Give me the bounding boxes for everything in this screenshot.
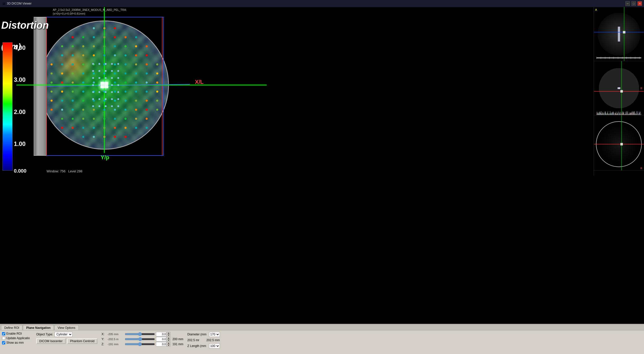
slider-y-range: -202.5 m bbox=[107, 338, 124, 341]
tab-define-roi[interactable]: Define ROI bbox=[1, 325, 22, 330]
titlebar: 🖥 3D DICOM Viewer ─ □ ✕ bbox=[0, 0, 644, 7]
slider-x-spinners: ▲ ▼ bbox=[167, 332, 170, 336]
slider-z[interactable] bbox=[125, 342, 155, 346]
cb-show-mm-label: Show as mm bbox=[6, 341, 24, 344]
slider-x-down[interactable]: ▼ bbox=[167, 334, 170, 336]
dim-zlength-select[interactable]: 100 50 150 200 bbox=[209, 343, 220, 348]
colorbar-label-4: 4.00 bbox=[14, 44, 26, 51]
mini-canvas-3 bbox=[594, 115, 644, 171]
dim-202-row: 202.5 mr 202.5 mm bbox=[187, 338, 220, 342]
slider-y-end: 200 mm bbox=[172, 337, 183, 341]
cb-row-enable-roi: Enable ROI bbox=[2, 332, 32, 335]
slider-y-val-box: ▲ ▼ bbox=[156, 337, 170, 341]
scan-info-line2: (x=0/y=0.z=0.0/f=0.81mm) bbox=[53, 12, 127, 16]
window-icon: 🖥 bbox=[2, 2, 5, 6]
colorbar-title: Distortion bbox=[1, 20, 49, 31]
mini-label-a: A bbox=[595, 8, 597, 11]
scan-info-line1: AP_2.5x2.5x2_200BW_3NEX_MODUS_ffl_ABD_PE… bbox=[53, 8, 127, 12]
cb-enable-roi[interactable] bbox=[2, 332, 5, 335]
dim-202-label: 202.5 mr bbox=[187, 338, 199, 342]
object-type-label: Object Type: bbox=[36, 333, 53, 336]
slider-y-down[interactable]: ▼ bbox=[167, 339, 170, 341]
slider-y-up[interactable]: ▲ bbox=[167, 337, 170, 339]
slider-y-label: Y: bbox=[101, 337, 106, 341]
dim-zlength-label: Z Length (mm bbox=[187, 344, 208, 348]
dim-diameter-select[interactable]: 170 150 180 200 bbox=[209, 332, 220, 337]
tab-view-options[interactable]: View Options bbox=[54, 325, 78, 330]
right-panel: A bbox=[594, 7, 644, 176]
dim-202-mm: 202.5 mm bbox=[206, 338, 220, 342]
mini-viewer-coronal[interactable] bbox=[594, 61, 644, 115]
slider-x[interactable] bbox=[125, 332, 155, 336]
slider-z-value[interactable] bbox=[156, 342, 167, 346]
slider-z-spinners: ▲ ▼ bbox=[167, 342, 170, 346]
slider-z-label: Z: bbox=[101, 342, 106, 346]
dicom-isocenter-button[interactable]: DICOM Isocenter bbox=[36, 338, 66, 344]
slider-x-range: -205 mm bbox=[107, 333, 124, 336]
slider-y[interactable] bbox=[125, 337, 155, 341]
slider-z-end: 191 mm bbox=[172, 342, 183, 346]
bottom-content: Enable ROI Update Applicatio Show as mm … bbox=[0, 330, 644, 354]
object-type-area: Object Type: Cylinder Sphere Box DICOM I… bbox=[36, 332, 97, 344]
slider-x-row: X: -205 mm ▲ ▼ bbox=[101, 332, 183, 336]
slider-z-down[interactable]: ▼ bbox=[167, 344, 170, 346]
cb-row-update: Update Applicatio bbox=[2, 336, 32, 340]
checkboxes-area: Enable ROI Update Applicatio Show as mm bbox=[2, 332, 32, 344]
mini-canvas-2 bbox=[594, 61, 644, 115]
slider-x-up[interactable]: ▲ bbox=[167, 332, 170, 334]
sliders-area: X: -205 mm ▲ ▼ Y: -202.5 m bbox=[101, 332, 183, 346]
dim-diameter-label: Diameter (mm bbox=[187, 333, 208, 336]
colorbar-gradient bbox=[3, 42, 13, 171]
bottom-tabs: Define ROI Plane Navigation View Options bbox=[0, 324, 644, 330]
dim-area: Diameter (mm 170 150 180 200 202.5 mr 20… bbox=[187, 332, 220, 348]
scan-info: AP_2.5x2.5x2_200BW_3NEX_MODUS_ffl_ABD_PE… bbox=[53, 8, 127, 16]
dim-zlength-row: Z Length (mm 100 50 150 200 bbox=[187, 343, 220, 348]
mini-viewer-sagittal[interactable]: A bbox=[594, 7, 644, 61]
phantom-centroid-button[interactable]: Phantom Centroid bbox=[67, 338, 98, 344]
dim-diameter-row: Diameter (mm 170 150 180 200 bbox=[187, 332, 220, 337]
maximize-button[interactable]: □ bbox=[631, 1, 636, 6]
bottom-panel: Define ROI Plane Navigation View Options… bbox=[0, 324, 644, 354]
close-button[interactable]: ✕ bbox=[637, 1, 642, 6]
colorbar-label-0: 0.000 bbox=[14, 168, 26, 174]
cb-update-label: Update Applicatio bbox=[6, 336, 30, 340]
cb-row-show-mm: Show as mm bbox=[2, 341, 32, 344]
slider-z-val-box: ▲ ▼ bbox=[156, 342, 170, 346]
viewport-3d bbox=[16, 7, 317, 173]
object-type-row: Object Type: Cylinder Sphere Box bbox=[36, 332, 97, 337]
cb-enable-roi-label: Enable ROI bbox=[6, 332, 22, 335]
slider-z-row: Z: -191 mm ▲ ▼ 191 mm bbox=[101, 342, 183, 346]
slider-y-row: Y: -202.5 m ▲ ▼ 200 mm bbox=[101, 337, 183, 341]
buttons-row: DICOM Isocenter Phantom Centroid bbox=[36, 338, 97, 344]
slider-z-range: -191 mm bbox=[107, 343, 124, 346]
mini-canvas-1 bbox=[594, 7, 644, 61]
slider-y-spinners: ▲ ▼ bbox=[167, 337, 170, 341]
colorbar-label-3: 3.00 bbox=[14, 76, 26, 83]
colorbar-label-2: 2.00 bbox=[14, 108, 26, 115]
titlebar-title: 3D DICOM Viewer bbox=[7, 2, 31, 5]
colorbar: Distortion (mm) 4.00 3.00 2.00 1.00 0.00… bbox=[0, 7, 16, 175]
slider-z-up[interactable]: ▲ bbox=[167, 342, 170, 344]
colorbar-label-1: 1.00 bbox=[14, 140, 26, 147]
main-canvas[interactable] bbox=[16, 7, 317, 173]
object-type-select[interactable]: Cylinder Sphere Box bbox=[55, 332, 72, 337]
slider-x-label: X: bbox=[101, 332, 106, 336]
mini-viewer-axial[interactable] bbox=[594, 115, 644, 171]
minimize-button[interactable]: ─ bbox=[625, 1, 630, 6]
cb-show-mm[interactable] bbox=[2, 341, 5, 344]
cb-update[interactable] bbox=[2, 337, 5, 340]
slider-x-val-box: ▲ ▼ bbox=[156, 332, 170, 336]
tab-plane-navigation[interactable]: Plane Navigation bbox=[23, 325, 54, 330]
slider-y-value[interactable] bbox=[156, 337, 167, 341]
slider-x-value[interactable] bbox=[156, 332, 167, 336]
